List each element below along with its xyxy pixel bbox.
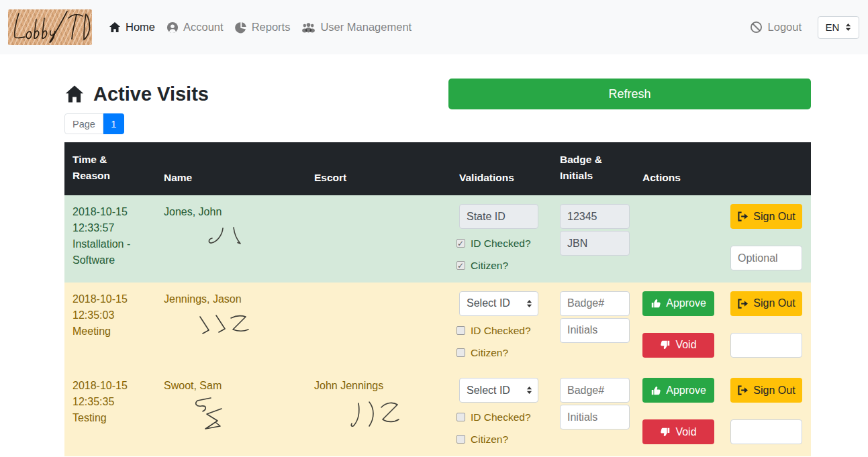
name-cell: Jennings, Jason [156, 283, 306, 370]
badge-input[interactable] [560, 291, 630, 316]
time-reason-cell: 2018-10-15 12:33:57 Installation - Softw… [64, 195, 156, 283]
checkbox-icon [456, 413, 465, 421]
name-cell: Jones, John [156, 195, 306, 283]
visit-reason: Installation - Software [73, 236, 148, 268]
badge-input[interactable] [560, 378, 630, 403]
id-checked-checkbox[interactable]: ID Checked? [456, 323, 544, 338]
checkbox-icon [456, 326, 465, 335]
actions-cell: Sign Out [634, 195, 811, 283]
validations-cell: Select ID ID Checked? Citizen? [451, 369, 552, 456]
language-value: EN [826, 21, 840, 33]
language-select[interactable]: EN [818, 16, 859, 39]
visitor-signature [196, 313, 263, 341]
badge-initials-cell [552, 283, 634, 370]
lobbyid-logo-drawing [8, 9, 92, 45]
validations-cell: ID Checked? Citizen? [451, 195, 552, 283]
citizen-label: Citizen? [471, 345, 508, 360]
visit-time: 12:35:03 [73, 307, 148, 323]
sign-out-button[interactable]: Sign Out [730, 378, 802, 403]
checkbox-icon [456, 348, 465, 357]
visitor-name: Jones, John [164, 204, 298, 220]
citizen-label: Citizen? [471, 431, 508, 447]
pie-chart-icon [235, 21, 247, 34]
sign-out-button[interactable]: Sign Out [730, 291, 802, 316]
visit-row: 2018-10-15 12:35:03 Meeting Jennings, Ja… [64, 283, 811, 370]
signout-note-input[interactable] [730, 333, 802, 358]
thumbs-down-icon [660, 340, 671, 350]
visitor-signature [191, 395, 231, 434]
visitor-name: Swoot, Sam [164, 378, 298, 394]
id-type-select[interactable]: Select ID [459, 378, 538, 403]
escort-signature [349, 398, 403, 433]
initials-input [560, 231, 630, 256]
citizen-checkbox[interactable]: Citizen? [456, 431, 544, 447]
caret-updown-icon [845, 23, 851, 32]
active-visits-table: Time & Reason Name Escort Validations Ba… [64, 142, 811, 456]
col-header-name: Name [156, 142, 306, 195]
actions-cell: Approve Void [634, 369, 811, 456]
col-header-time-reason: Time & Reason [64, 142, 156, 195]
citizen-checkbox: Citizen? [456, 258, 544, 273]
visit-date: 2018-10-15 [73, 291, 148, 307]
id-type-input [459, 204, 538, 229]
page-header: Active Visits Refresh [64, 79, 811, 109]
id-checked-checkbox[interactable]: ID Checked? [456, 409, 544, 425]
nav-links: Home Account Reports [107, 18, 413, 36]
time-reason-cell: 2018-10-15 12:35:35 Testing [64, 369, 156, 456]
thumbs-up-icon [650, 385, 661, 396]
approve-button[interactable]: Approve [642, 378, 714, 403]
pagination-page-label: Page [64, 113, 103, 134]
sign-out-button[interactable]: Sign Out [730, 204, 802, 229]
nav-item-label: User Management [320, 21, 412, 34]
users-icon [301, 22, 316, 33]
pagination: Page 1 [64, 113, 811, 134]
id-checked-checkbox: ID Checked? [456, 236, 544, 251]
col-header-validations: Validations [451, 142, 552, 195]
initials-input[interactable] [560, 318, 630, 343]
signout-note-input[interactable] [730, 419, 802, 444]
id-type-select[interactable]: Select ID [459, 291, 538, 316]
person-circle-icon [166, 21, 179, 34]
void-button[interactable]: Void [642, 333, 714, 358]
pagination-page-1[interactable]: 1 [103, 113, 124, 134]
approve-void-column [642, 204, 714, 270]
nav-item-home[interactable]: Home [107, 18, 156, 36]
nav-item-user-management[interactable]: User Management [300, 18, 413, 36]
nav-item-label: Account [183, 21, 224, 34]
citizen-checkbox[interactable]: Citizen? [456, 345, 544, 360]
visitor-name: Jennings, Jason [164, 291, 298, 307]
visit-reason: Testing [73, 410, 148, 426]
sign-out-icon [737, 211, 749, 221]
col-header-actions: Actions [634, 142, 811, 195]
visit-row: 2018-10-15 12:33:57 Installation - Softw… [64, 195, 811, 283]
visit-date: 2018-10-15 [73, 378, 148, 394]
nav-item-label: Home [126, 21, 155, 34]
navbar: Home Account Reports [0, 0, 868, 54]
initials-input[interactable] [560, 405, 630, 429]
visit-time: 12:33:57 [73, 220, 148, 236]
time-reason-cell: 2018-10-15 12:35:03 Meeting [64, 283, 156, 370]
page-title: Active Visits [64, 79, 209, 109]
sign-out-icon [737, 385, 749, 395]
badge-initials-cell [552, 195, 634, 283]
nav-item-reports[interactable]: Reports [234, 18, 292, 36]
ban-icon [750, 21, 763, 34]
home-icon [64, 85, 85, 103]
nav-item-label: Reports [252, 21, 291, 34]
validations-cell: Select ID ID Checked? Citizen? [451, 283, 552, 370]
void-button[interactable]: Void [642, 419, 714, 444]
refresh-button[interactable]: Refresh [448, 79, 811, 109]
approve-button[interactable]: Approve [642, 291, 714, 316]
nav-item-account[interactable]: Account [165, 18, 225, 36]
escort-name: John Jennings [314, 378, 443, 394]
logout-button[interactable]: Logout [750, 21, 802, 34]
visit-reason: Meeting [73, 323, 148, 340]
escort-cell [306, 283, 451, 370]
name-cell: Swoot, Sam [156, 369, 306, 456]
visit-time: 12:35:35 [73, 394, 148, 410]
col-header-escort: Escort [306, 142, 451, 195]
signout-optional-input[interactable] [730, 246, 802, 270]
app-logo[interactable] [8, 9, 92, 45]
escort-cell [306, 195, 451, 283]
page-title-text: Active Visits [93, 83, 209, 105]
